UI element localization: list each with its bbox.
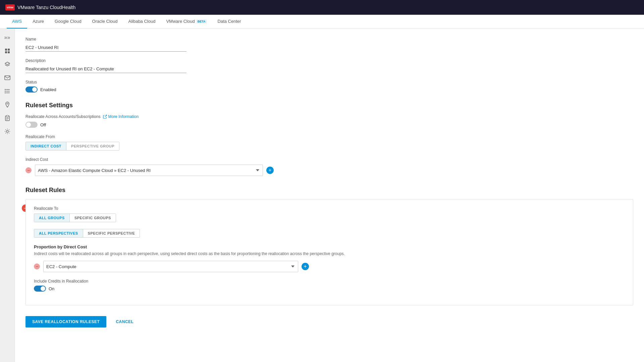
- proportion-group: Proportion by Direct Cost Indirect costs…: [34, 244, 625, 272]
- sidebar-icon-clipboard[interactable]: [1, 112, 13, 124]
- status-toggle-label: Enabled: [40, 87, 56, 92]
- indirect-cost-group: Indirect Cost − AWS - Amazon Elastic Com…: [25, 157, 633, 176]
- add-ec2-button[interactable]: +: [302, 263, 309, 270]
- status-toggle-container: Enabled: [25, 86, 633, 93]
- include-credits-toggle-label: On: [49, 286, 54, 291]
- sidebar-icon-list[interactable]: [1, 85, 13, 97]
- top-bar: vmw VMware Tanzu CloudHealth: [0, 0, 644, 15]
- sidebar-icon-envelope[interactable]: [1, 72, 13, 84]
- tab-indirect-cost[interactable]: INDIRECT COST: [26, 142, 66, 150]
- svg-point-10: [5, 93, 6, 94]
- indirect-cost-dropdown[interactable]: AWS - Amazon Elastic Compute Cloud » EC2…: [35, 165, 263, 176]
- tab-aws[interactable]: AWS: [7, 15, 27, 28]
- svg-rect-3: [8, 51, 10, 53]
- tab-all-perspectives[interactable]: ALL PERSPECTIVES: [34, 229, 83, 237]
- reallocate-across-toggle[interactable]: [25, 122, 38, 128]
- tab-data-center[interactable]: Data Center: [212, 15, 247, 28]
- app-title: VMware Tanzu CloudHealth: [17, 5, 75, 10]
- tab-specific-groups[interactable]: SPECIFIC GROUPS: [70, 214, 116, 222]
- cloud-nav: AWS Azure Google Cloud Oracle Cloud Alib…: [0, 15, 644, 29]
- svg-rect-2: [5, 51, 7, 53]
- status-field-group: Status Enabled: [25, 80, 633, 93]
- ruleset-rules-heading: Ruleset Rules: [25, 187, 633, 194]
- tab-google-cloud[interactable]: Google Cloud: [49, 15, 87, 28]
- svg-rect-13: [6, 115, 8, 117]
- reallocate-from-group: Reallocate From INDIRECT COST PERSPECTIV…: [25, 134, 633, 150]
- reallocate-across-row: Reallocate Across Accounts/Subscriptions…: [25, 114, 633, 119]
- tab-alibaba-cloud[interactable]: Alibaba Cloud: [123, 15, 161, 28]
- include-credits-group: Include Credits in Reallocation On: [34, 279, 625, 292]
- cancel-button[interactable]: CANCEL: [110, 316, 139, 327]
- reallocate-from-tabs: INDIRECT COST PERSPECTIVE GROUP: [25, 142, 119, 150]
- footer-actions: SAVE REALLOCATION RULESET CANCEL: [25, 316, 633, 327]
- add-indirect-cost-button[interactable]: +: [266, 167, 274, 174]
- vmware-logo-icon: vmw: [5, 4, 15, 10]
- include-credits-toggle-knob: [41, 286, 45, 291]
- sidebar-icon-dashboard[interactable]: [1, 45, 13, 57]
- reallocate-across-label: Reallocate Across Accounts/Subscriptions: [25, 114, 100, 119]
- remove-indirect-cost-button[interactable]: −: [25, 167, 32, 173]
- reallocate-across-toggle-container: Off: [25, 122, 633, 128]
- perspective-tabs: ALL PERSPECTIVES SPECIFIC PERSPECTIVE: [34, 229, 140, 238]
- sidebar-icon-layers[interactable]: [1, 58, 13, 70]
- sidebar-icon-settings[interactable]: [1, 125, 13, 137]
- proportion-title: Proportion by Direct Cost: [34, 244, 625, 249]
- external-link-icon: [103, 115, 107, 119]
- sidebar-icon-chevron[interactable]: »»: [1, 32, 13, 44]
- tab-vmware-cloud[interactable]: VMware Cloud BETA: [161, 15, 212, 28]
- reallocate-across-toggle-label: Off: [40, 122, 46, 127]
- app-logo: vmw VMware Tanzu CloudHealth: [5, 4, 75, 10]
- indirect-cost-row: − AWS - Amazon Elastic Compute Cloud » E…: [25, 165, 633, 176]
- sidebar: »»: [0, 29, 15, 362]
- status-label: Status: [25, 80, 633, 84]
- svg-rect-1: [8, 49, 10, 51]
- tab-all-groups[interactable]: ALL GROUPS: [34, 214, 70, 222]
- reallocate-across-group: Reallocate Across Accounts/Subscriptions…: [25, 114, 633, 128]
- tab-oracle-cloud[interactable]: Oracle Cloud: [87, 15, 123, 28]
- svg-point-11: [7, 103, 8, 104]
- ruleset-settings-heading: Ruleset Settings: [25, 102, 633, 109]
- svg-point-17: [6, 130, 8, 132]
- sidebar-icon-location[interactable]: [1, 99, 13, 111]
- tab-perspective-group[interactable]: PERSPECTIVE GROUP: [66, 142, 119, 150]
- vmware-cloud-label: VMware Cloud: [166, 19, 195, 24]
- main-content: Name Description Status Enabled Ruleset …: [15, 29, 644, 362]
- status-toggle[interactable]: [25, 86, 38, 93]
- reallocate-across-toggle-knob: [26, 122, 31, 127]
- ec2-dropdown[interactable]: EC2 - Compute: [43, 261, 298, 272]
- include-credits-toggle[interactable]: [34, 286, 46, 292]
- rules-section: − Reallocate To ALL GROUPS SPECIFIC GROU…: [25, 199, 633, 305]
- save-ruleset-button[interactable]: SAVE REALLOCATION RULESET: [25, 316, 106, 327]
- name-input[interactable]: [25, 44, 186, 52]
- ec2-select-row: − EC2 - Compute +: [34, 261, 625, 272]
- description-field-group: Description: [25, 58, 633, 73]
- more-information-link[interactable]: More Information: [103, 114, 139, 119]
- svg-rect-4: [5, 76, 10, 80]
- rules-card: Reallocate To ALL GROUPS SPECIFIC GROUPS…: [25, 199, 633, 305]
- reallocate-to-group: Reallocate To ALL GROUPS SPECIFIC GROUPS: [34, 206, 625, 222]
- beta-badge: BETA: [196, 19, 207, 23]
- svg-point-9: [5, 91, 6, 92]
- svg-rect-0: [5, 49, 7, 51]
- reallocate-from-label: Reallocate From: [25, 134, 633, 139]
- reallocate-to-tabs: ALL GROUPS SPECIFIC GROUPS: [34, 214, 116, 222]
- name-field-group: Name: [25, 37, 633, 52]
- description-input[interactable]: [25, 65, 186, 73]
- include-credits-label: Include Credits in Reallocation: [34, 279, 625, 284]
- name-label: Name: [25, 37, 633, 42]
- reallocate-to-label: Reallocate To: [34, 206, 625, 211]
- include-credits-toggle-container: On: [34, 286, 625, 292]
- description-label: Description: [25, 58, 633, 63]
- main-layout: »»: [0, 29, 644, 362]
- perspective-tabs-group: ALL PERSPECTIVES SPECIFIC PERSPECTIVE: [34, 229, 625, 238]
- tab-azure[interactable]: Azure: [27, 15, 49, 28]
- tab-specific-perspective[interactable]: SPECIFIC PERSPECTIVE: [83, 229, 140, 237]
- indirect-cost-label: Indirect Cost: [25, 157, 633, 162]
- proportion-desc: Indirect costs will be reallocated acros…: [34, 251, 625, 257]
- svg-point-8: [5, 89, 6, 90]
- remove-ec2-button[interactable]: −: [34, 263, 40, 269]
- status-toggle-knob: [32, 87, 37, 92]
